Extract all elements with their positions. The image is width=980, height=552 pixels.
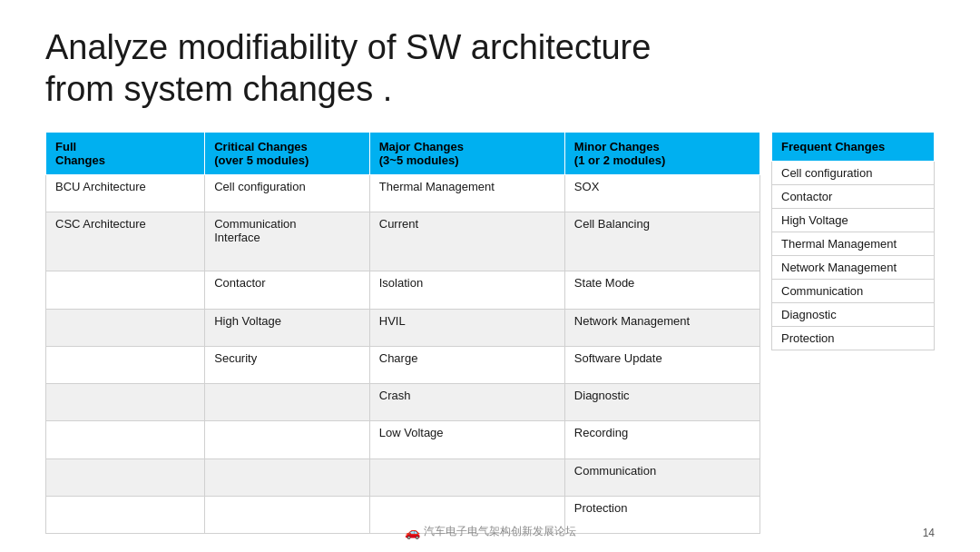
- footer-icon: 🚗: [405, 525, 420, 539]
- side-table-row: Cell configuration: [772, 162, 935, 185]
- main-table: FullChanges Critical Changes(over 5 modu…: [45, 132, 760, 534]
- cell: Software Update: [564, 346, 760, 383]
- cell: [46, 309, 205, 346]
- cell: [46, 346, 205, 383]
- cell: [46, 271, 205, 309]
- footer: 🚗 汽车电子电气架构创新发展论坛: [0, 524, 980, 539]
- cell: Recording: [564, 421, 760, 458]
- table-row: Crash Diagnostic: [46, 384, 760, 421]
- cell: [369, 458, 564, 496]
- cell: Network Management: [564, 309, 760, 346]
- cell: Security: [205, 346, 370, 383]
- side-col-header-frequent-changes: Frequent Changes: [772, 133, 935, 162]
- slide-title: Analyze modifiability of SW architecture…: [45, 27, 935, 110]
- side-cell: Cell configuration: [772, 162, 935, 185]
- cell: [205, 458, 370, 496]
- side-cell: Thermal Management: [772, 232, 935, 256]
- table-row: Contactor Isolation State Mode: [46, 271, 760, 309]
- cell: Cell configuration: [205, 175, 370, 212]
- cell: Cell Balancing: [564, 212, 760, 271]
- cell: Isolation: [369, 271, 564, 309]
- col-header-major-changes: Major Changes(3~5 modules): [369, 133, 564, 175]
- side-table-row: Communication: [772, 280, 935, 303]
- cell: Thermal Management: [369, 175, 564, 212]
- cell: CommunicationInterface: [205, 212, 370, 271]
- footer-logo: 🚗 汽车电子电气架构创新发展论坛: [405, 524, 576, 539]
- side-cell: Protection: [772, 327, 935, 350]
- cell: [46, 458, 205, 496]
- side-table-row: Diagnostic: [772, 303, 935, 327]
- cell: HVIL: [369, 309, 564, 346]
- side-table-row: Network Management: [772, 256, 935, 280]
- side-table: Frequent Changes Cell configuration Cont…: [771, 132, 935, 350]
- cell: High Voltage: [205, 309, 370, 346]
- side-cell: Diagnostic: [772, 303, 935, 327]
- cell: SOX: [564, 175, 760, 212]
- side-table-row: Protection: [772, 327, 935, 350]
- side-cell: Communication: [772, 280, 935, 303]
- table-wrapper: FullChanges Critical Changes(over 5 modu…: [45, 132, 935, 534]
- side-cell: High Voltage: [772, 209, 935, 232]
- cell: Crash: [369, 384, 564, 421]
- cell: Contactor: [205, 271, 370, 309]
- table-row: BCU Architecture Cell configuration Ther…: [46, 175, 760, 212]
- slide-container: Analyze modifiability of SW architecture…: [0, 0, 980, 552]
- table-row: Security Charge Software Update: [46, 346, 760, 383]
- side-cell: Network Management: [772, 256, 935, 280]
- footer-page-number: 14: [923, 527, 935, 539]
- table-row: High Voltage HVIL Network Management: [46, 309, 760, 346]
- col-header-minor-changes: Minor Changes(1 or 2 modules): [564, 133, 760, 175]
- side-table-row: High Voltage: [772, 209, 935, 232]
- table-row: CSC Architecture CommunicationInterface …: [46, 212, 760, 271]
- cell: Current: [369, 212, 564, 271]
- cell: Communication: [564, 458, 760, 496]
- cell: State Mode: [564, 271, 760, 309]
- cell: [46, 384, 205, 421]
- cell: CSC Architecture: [46, 212, 205, 271]
- cell: [205, 421, 370, 458]
- table-row: Communication: [46, 458, 760, 496]
- cell: Low Voltage: [369, 421, 564, 458]
- footer-text: 汽车电子电气架构创新发展论坛: [424, 524, 576, 539]
- table-row: Low Voltage Recording: [46, 421, 760, 458]
- cell: [205, 384, 370, 421]
- col-header-critical-changes: Critical Changes(over 5 modules): [205, 133, 370, 175]
- side-cell: Contactor: [772, 185, 935, 209]
- cell: [46, 421, 205, 458]
- cell: Charge: [369, 346, 564, 383]
- col-header-full-changes: FullChanges: [46, 133, 205, 175]
- cell: Diagnostic: [564, 384, 760, 421]
- cell: BCU Architecture: [46, 175, 205, 212]
- side-table-row: Thermal Management: [772, 232, 935, 256]
- side-table-row: Contactor: [772, 185, 935, 209]
